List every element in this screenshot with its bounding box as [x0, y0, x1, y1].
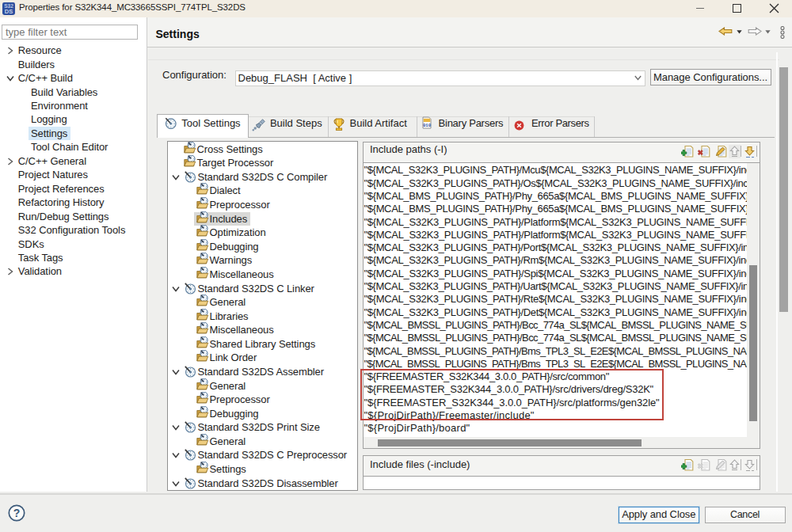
- svg-text:?: ?: [13, 507, 20, 519]
- svg-text:DS: DS: [5, 8, 13, 15]
- svg-text:010: 010: [423, 123, 432, 128]
